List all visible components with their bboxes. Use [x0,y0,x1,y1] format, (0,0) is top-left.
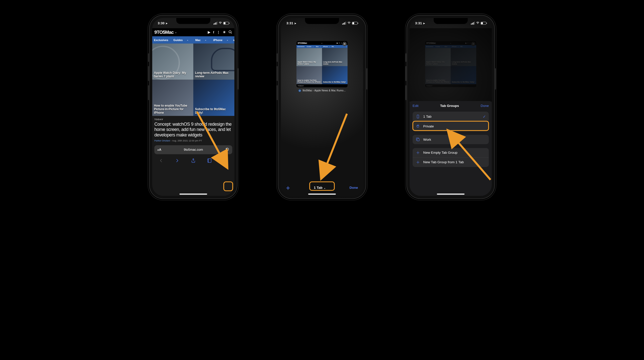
chevron-down-icon: ⌄ [203,39,208,41]
new-empty-group-button[interactable]: New Empty Tab Group [413,148,489,157]
chevron-down-icon: ⌄ [324,187,326,189]
modal-backdrop[interactable] [410,28,492,102]
new-tab-button[interactable]: + [286,184,290,192]
address-bar[interactable]: AA 9to5mac.com [154,145,232,154]
tab-overview-toolbar: + 1 Tab ⌄ Done [281,183,363,193]
svg-rect-8 [417,139,419,141]
tile-caption: Subscribe to 9to5Mac Daily! [195,107,233,114]
mute-switch [277,53,278,62]
volume-down [148,85,149,100]
site-header: 9TO5Mac ⌄ ▶ f ⋮ ☀ [152,28,234,36]
row-label: New Tab Group from 1 Tab [423,160,464,164]
nav-item[interactable]: Mac ⌄ [192,38,210,42]
mute-switch [148,53,149,62]
tile-caption: How to enable YouTube Picture-in-Picture… [154,104,192,114]
home-indicator[interactable] [180,194,207,195]
notch [434,18,468,24]
favicon-icon [298,89,301,92]
tab-group-row-tabs[interactable]: 1 Tab ✓ [413,112,489,122]
wifi-icon [347,21,351,25]
home-indicator[interactable] [437,194,465,195]
location-icon: ➤ [166,22,168,25]
edit-button[interactable]: Edit [413,104,418,108]
article-tile[interactable]: Subscribe to 9to5Mac Daily! [193,80,234,116]
article-headline[interactable]: Concept: watchOS 9 should redesign the h… [152,121,234,137]
svg-point-0 [220,24,221,24]
close-tab-icon[interactable]: ✕ [343,42,347,46]
row-label: New Empty Tab Group [423,151,457,154]
chevron-down-icon: ⌄ [185,39,190,41]
bookmarks-button[interactable] [207,158,212,164]
tile-caption: Long-term AirPods Max review [195,71,233,78]
reload-icon[interactable] [225,147,229,152]
row-label: Private [423,124,434,128]
category-nav[interactable]: Exclusives Guides ⌄ Mac ⌄ iPhone ⌄ Wa › [152,36,234,44]
annotation-arrow [319,112,351,181]
wifi-icon [219,21,222,25]
nav-item[interactable]: Exclusives [152,38,170,42]
article-tile[interactable]: Apple Watch Diary: My Series 7 plans [152,44,193,80]
tab-groups-list: 1 Tab ✓ Private [413,112,489,131]
phone-tab-groups-sheet: 3:31 ➤ ✕ 9TO5Mac ⌄▶f⋮☀⌕ ExclusivesGuides… [407,15,495,199]
cellular-icon [342,22,346,25]
phone-tab-overview: 3:31 ➤ ✕ 9TO5Mac ⌄▶f⋮☀⌕ ExclusivesGuides… [278,15,366,199]
back-button[interactable] [158,158,164,164]
facebook-icon[interactable]: f [213,31,214,34]
tab-title-label: 9to5Mac - Apple News & Mac Rumo... [296,89,348,92]
nav-item[interactable]: iPhone ⌄ [210,38,232,42]
mute-switch [405,53,407,62]
plus-icon [416,150,420,155]
reader-aa-icon[interactable]: AA [157,148,161,151]
tab-groups-list-custom: Work [413,135,489,144]
power-button [237,68,239,90]
author-link[interactable]: Parker Ortolani [154,139,170,142]
plus-icon [416,160,420,164]
home-indicator[interactable] [308,194,336,195]
status-time: 3:31 ➤ [415,21,425,25]
cellular-icon [471,22,475,25]
article-grid: Apple Watch Diary: My Series 7 plans Lon… [152,44,234,116]
volume-up [277,66,278,81]
svg-point-1 [229,31,231,33]
chevron-down-icon: ⌄ [175,31,177,34]
youtube-icon[interactable]: ▶ [208,30,210,34]
article-tile[interactable]: How to enable YouTube Picture-in-Picture… [152,80,193,116]
wifi-icon [476,21,479,25]
notch [176,18,210,24]
tab-groups-sheet: Edit Tab Groups Done 1 Tab ✓ Private [410,101,492,196]
forward-button[interactable] [175,158,180,164]
theme-icon[interactable]: ☀ [223,30,225,34]
share-button[interactable] [191,158,196,164]
volume-up [148,66,149,81]
svg-rect-7 [417,115,419,118]
tab-group-picker[interactable]: 1 Tab ⌄ [314,186,326,190]
site-logo[interactable]: 9TO5Mac ⌄ [154,30,177,35]
volume-down [277,85,278,100]
done-button[interactable]: Done [350,186,358,190]
chevron-down-icon: ⌄ [225,39,230,41]
tab-group-row-work[interactable]: Work [413,135,489,144]
svg-rect-2 [224,159,227,162]
phone-safari-page: 3:30 ➤ 9TO5Mac ⌄ ▶ f ⋮ ☀ Exclusives Guid… [149,15,237,199]
sheet-title: Tab Groups [440,104,459,108]
tabs-button[interactable] [223,158,228,164]
article-tile[interactable]: Long-term AirPods Max review [193,44,234,80]
search-icon[interactable] [228,30,232,35]
new-group-from-tab-button[interactable]: New Tab Group from 1 Tab [413,158,489,167]
tab-groups-actions: New Empty Tab Group New Tab Group from 1… [413,148,489,167]
tab-group-row-private[interactable]: Private [413,122,489,131]
menu-icon[interactable]: ⋮ [217,30,220,34]
tile-caption: Apple Watch Diary: My Series 7 plans [154,71,192,78]
done-button[interactable]: Done [481,104,489,108]
nav-item[interactable]: Guides ⌄ [170,38,192,42]
device-icon [416,114,420,119]
article-byline: Parker Ortolani - Aug. 25th 2021 12:00 p… [152,137,234,143]
safari-toolbar [152,156,234,166]
tab-thumbnail[interactable]: ✕ 9TO5Mac ⌄▶f⋮☀⌕ ExclusivesGuides ⌄Mac ⌄… [296,41,348,87]
section-label: TODAY [152,116,234,121]
battery-icon [481,22,486,25]
svg-line-5 [323,114,347,175]
nav-scroll-right-icon[interactable]: › [233,38,234,43]
checkmark-icon: ✓ [483,114,486,119]
svg-point-4 [349,24,349,24]
